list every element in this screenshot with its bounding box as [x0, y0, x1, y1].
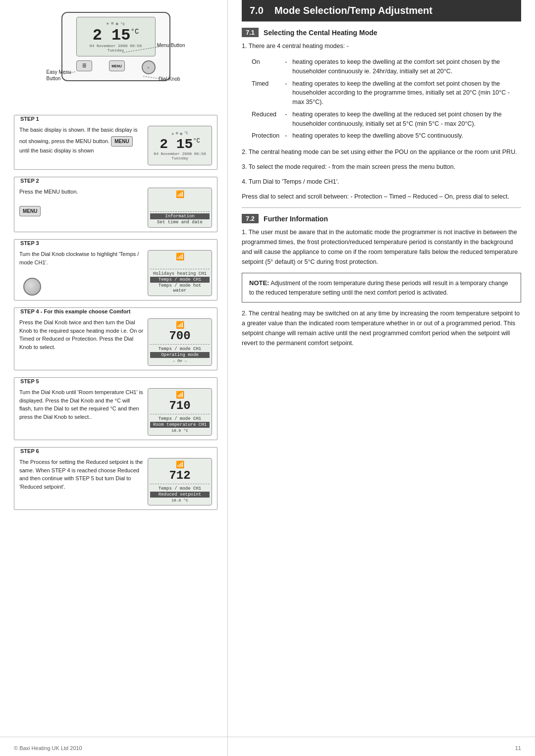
step-5-big-display: 710 [169, 400, 190, 412]
step-4-big-display: 700 [169, 330, 190, 342]
mode-on-name: On [242, 56, 281, 78]
step-3-icon: 📶 [176, 252, 184, 261]
section-num: 7.0 [250, 5, 264, 16]
step-3-menu: Holidays heating CH1 Temps / mode CH1 Te… [150, 269, 210, 294]
step-2-icon: 📶 [176, 190, 184, 199]
step-1-temp: 2 15 [160, 138, 193, 151]
subsection-7-1-para-4: 4. Turn Dial to 'Temps / mode CH1'. [242, 177, 521, 187]
mode-on-row: On - heating operates to keep the dwelli… [242, 56, 521, 78]
step-5-text: Turn the Dial Knob until 'Room temperatu… [19, 388, 144, 436]
step-5-sub-label: 18.0 °C [150, 428, 210, 433]
step-1-header: STEP 1 [18, 116, 41, 122]
step-3-menu-item-2: Temps / mode CH1 [150, 277, 210, 283]
subsection-7-2-title: Further Information [264, 215, 328, 223]
mode-on-dash: - [281, 56, 290, 78]
easy-menu-label: Easy Menu Button [47, 69, 71, 82]
right-column: 7.0 Mode Selection/Temp Adjustment 7.1 S… [228, 0, 535, 756]
step-2-menu: Information Set time and date [150, 211, 210, 225]
menu-button[interactable]: MENU [109, 60, 125, 71]
step-2-display: 📶 Information Set time and date [148, 188, 212, 228]
step-2-menu-item-1: Information [150, 213, 210, 219]
menu-btn-step1[interactable]: MENU [111, 136, 132, 147]
step-1-date: 04 November 2008 08:50 [154, 151, 206, 156]
device-temp-unit: °C [131, 28, 139, 36]
subsection-7-1: 7.1 Selecting the Cental Heating Mode 1.… [242, 28, 521, 202]
left-column: ☀≡⊕°C 2 15 °C 04 November 2008 09:50 Tue… [0, 0, 228, 756]
step-5-icon: 📶 [176, 391, 184, 399]
mode-protection-name: Protection [242, 130, 281, 142]
mode-reduced-desc: heating operates to keep the dwelling at… [290, 108, 521, 130]
step-4-menu: Temps / mode CH1 Operating mode – On – [150, 344, 210, 363]
step-6-header: STEP 6 [18, 448, 41, 454]
step-6-menu-item-2: Reduced setpoint [150, 492, 210, 498]
step-1-display: ✳≡⊕°C 2 15 °C 04 November 2008 08:50 Tue… [148, 126, 212, 165]
easy-menu-button[interactable]: ☰ [76, 60, 92, 71]
note-text: Adjustment of the room temperature durin… [249, 280, 508, 296]
step-2-text: Press the MENU button. MENU [19, 188, 144, 228]
subsection-7-1-intro: 1. There are 4 central heating modes: - [242, 41, 521, 51]
mode-reduced-name: Reduced [242, 108, 281, 130]
subsection-7-1-para-5: Press dial to select and scroll between:… [242, 192, 521, 202]
step-4-box: STEP 4 - For this example choose Comfort… [14, 307, 217, 370]
dial-knob-step3[interactable] [23, 278, 41, 296]
mode-protection-row: Protection - heating operates to keep th… [242, 130, 521, 142]
subsection-7-1-header: 7.1 Selecting the Cental Heating Mode [242, 28, 521, 37]
step-5-menu: Temps / mode CH1 Room temperature CH1 18… [150, 414, 210, 433]
step-6-display: 📶 712 Temps / mode CH1 Reduced setpoint … [148, 458, 212, 505]
mode-on-desc: heating operates to keep the dwelling at… [290, 56, 521, 78]
step-2-header: STEP 2 [18, 178, 41, 184]
step-5-header: STEP 5 [18, 378, 41, 384]
step-1-day: Tuesday [171, 156, 188, 160]
step-6-icon: 📶 [176, 460, 184, 469]
step-2-menu-item-2: Set time and date [150, 219, 210, 225]
step-3-display: 📶 Holidays heating CH1 Temps / mode CH1 … [148, 250, 212, 296]
mode-timed-desc: heating operates to keep the dwelling at… [290, 78, 521, 108]
step-2-box: STEP 2 Press the MENU button. MENU 📶 Inf… [14, 177, 217, 232]
mode-protection-desc: heating operates to keep the dwelling ab… [290, 130, 521, 142]
dial-knob-label: Dial Knob [159, 76, 180, 82]
step-4-sub-label: – On – [150, 358, 210, 363]
subsection-7-2-para-2: 2. The central heating may be switched o… [242, 308, 521, 348]
step-3-menu-item-1: Holidays heating CH1 [150, 271, 210, 277]
title-divider [242, 21, 521, 22]
step-1-text: The basic display is shown. If the basic… [19, 126, 144, 165]
note-box: NOTE: Adjustment of the room temperature… [242, 273, 521, 302]
device-day: Tuesday [107, 48, 124, 52]
mode-protection-dash: - [281, 130, 290, 142]
mode-timed-dash: - [281, 78, 290, 108]
step-1-box: STEP 1 The basic display is shown. If th… [14, 115, 217, 170]
mode-timed-row: Timed - heating operates to keep the dwe… [242, 78, 521, 108]
device-diagram: ☀≡⊕°C 2 15 °C 04 November 2008 09:50 Tue… [14, 12, 217, 106]
dial-knob[interactable]: ○ [142, 60, 156, 74]
step-3-header: STEP 3 [18, 240, 41, 246]
subsection-7-1-title: Selecting the Cental Heating Mode [264, 29, 377, 37]
step-6-text: The Process for setting the Reduced setp… [19, 458, 144, 505]
menu-button-label: Menu Button [157, 43, 185, 48]
step-4-text: Press the Dial Knob twice and then turn … [19, 318, 144, 366]
subsection-7-2-para-1: 1. The user must be aware that in the au… [242, 227, 521, 267]
step-3-text: Turn the Dial Knob clockwise to highligh… [19, 250, 144, 296]
subsection-7-1-num: 7.1 [242, 28, 259, 37]
note-label: NOTE: [249, 279, 269, 287]
subsection-7-2-header: 7.2 Further Information [242, 214, 521, 223]
step-5-menu-item-2: Room temperature CH1 [150, 422, 210, 428]
step-5-menu-item-1: Temps / mode CH1 [150, 416, 210, 422]
step-6-menu-item-1: Temps / mode CH1 [150, 486, 210, 492]
subsection-7-2-num: 7.2 [242, 214, 259, 223]
page-footer: © Baxi Heating UK Ltd 2010 11 [0, 737, 535, 756]
footer-copyright: © Baxi Heating UK Ltd 2010 [14, 745, 82, 751]
step-4-menu-item-1: Temps / mode CH1 [150, 346, 210, 352]
mode-reduced-dash: - [281, 108, 290, 130]
section-title: Mode Selection/Temp Adjustment [274, 5, 432, 16]
step-6-box: STEP 6 The Process for setting the Reduc… [14, 447, 217, 510]
step-4-icon: 📶 [176, 321, 184, 329]
step-3-box: STEP 3 Turn the Dial Knob clockwise to h… [14, 239, 217, 301]
subsection-7-2: 7.2 Further Information 1. The user must… [242, 214, 521, 348]
step-6-menu: Temps / mode CH1 Reduced setpoint 10.0 °… [150, 484, 210, 503]
menu-btn-step2[interactable]: MENU [19, 206, 41, 216]
subsection-7-1-para-2: 2. The central heating mode can be set u… [242, 147, 521, 157]
step-4-display: 📶 700 Temps / mode CH1 Operating mode – … [148, 318, 212, 366]
section-title-bar: 7.0 Mode Selection/Temp Adjustment [242, 0, 521, 21]
step-6-big-display: 712 [169, 470, 190, 482]
section-divider-2 [242, 207, 521, 208]
